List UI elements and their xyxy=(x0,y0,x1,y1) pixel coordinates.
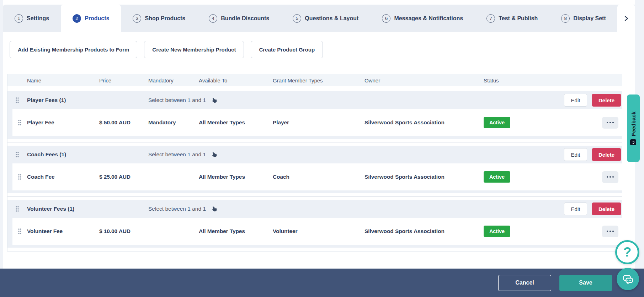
product-owner: Silverwood Sports Association xyxy=(364,228,484,234)
question-mark-icon: ? xyxy=(623,245,632,260)
table-header-row: Name Price Mandatory Available To Grant … xyxy=(7,74,622,86)
pointer-hand-icon xyxy=(210,150,218,159)
drag-handle-icon xyxy=(15,151,19,158)
footer-action-bar: Cancel Save xyxy=(0,269,644,297)
product-drag-handle[interactable] xyxy=(12,174,27,180)
tab-label: Display Sett xyxy=(573,15,606,22)
tab-questions-layout[interactable]: 5 Questions & Layout xyxy=(281,5,370,32)
group-selection-rule-text: Select between 1 and 1 xyxy=(148,206,206,212)
row-menu-button[interactable] xyxy=(602,226,618,237)
group-selection-rule: Select between 1 and 1 xyxy=(148,97,273,104)
cancel-button[interactable]: Cancel xyxy=(498,275,551,291)
product-group-section: Player Fees (1) Select between 1 and 1 E… xyxy=(7,91,622,139)
tab-number-badge: 7 xyxy=(486,14,495,23)
product-grant-member-types: Coach xyxy=(273,174,364,180)
tab-number-badge: 2 xyxy=(73,14,81,23)
product-name: Player Fee xyxy=(27,119,99,126)
product-drag-handle[interactable] xyxy=(12,228,27,234)
drag-handle-icon xyxy=(15,97,19,103)
tab-number-badge: 1 xyxy=(15,14,23,23)
status-badge: Active xyxy=(484,226,510,237)
row-menu-button[interactable] xyxy=(602,117,618,129)
drag-handle-icon xyxy=(18,174,22,180)
product-available-to: All Member Types xyxy=(199,174,273,180)
product-price: $ 10.00 AUD xyxy=(99,228,148,234)
product-status: Active xyxy=(484,117,548,128)
feedback-tab[interactable]: Feedback xyxy=(627,94,640,162)
drag-handle-icon xyxy=(18,228,22,234)
edit-group-button[interactable]: Edit xyxy=(564,202,587,215)
delete-group-button[interactable]: Delete xyxy=(592,202,621,215)
product-price: $ 50.00 AUD xyxy=(99,119,148,126)
group-name: Player Fees (1) xyxy=(27,97,148,103)
group-row: Volunteer Fees (1) Select between 1 and … xyxy=(7,200,622,218)
save-button[interactable]: Save xyxy=(559,275,612,291)
tab-display-sett[interactable]: 8 Display Sett xyxy=(549,5,618,32)
product-name: Volunteer Fee xyxy=(27,228,99,234)
delete-group-button[interactable]: Delete xyxy=(592,148,621,161)
tab-number-badge: 3 xyxy=(133,14,141,23)
group-selection-rule-text: Select between 1 and 1 xyxy=(148,151,206,158)
product-drag-handle[interactable] xyxy=(12,119,27,126)
group-name: Volunteer Fees (1) xyxy=(27,206,148,212)
chat-bubbles-icon xyxy=(622,273,634,286)
tabs-overflow-button[interactable] xyxy=(617,5,635,32)
pointer-hand-icon xyxy=(210,96,218,104)
tab-bar: 1 Settings 2 Products 3 Shop Products 4 … xyxy=(3,5,635,32)
wizard-steps: 1 Settings 2 Products 3 Shop Products 4 … xyxy=(3,5,635,32)
tab-label: Messages & Notifications xyxy=(394,15,463,22)
pointer-hand-icon xyxy=(210,205,218,213)
left-rail xyxy=(0,0,3,269)
product-group-section: Volunteer Fees (1) Select between 1 and … xyxy=(7,196,622,248)
add-existing-membership-products-button[interactable]: Add Existing Membership Products to Form xyxy=(10,41,137,58)
product-status: Active xyxy=(484,226,548,237)
header-mandatory: Mandatory xyxy=(148,77,199,83)
product-status: Active xyxy=(484,171,548,183)
product-owner: Silverwood Sports Association xyxy=(364,174,484,180)
header-owner: Owner xyxy=(364,77,484,83)
chat-widget-button[interactable] xyxy=(617,268,639,290)
drag-handle-icon xyxy=(18,119,22,126)
tab-number-badge: 8 xyxy=(561,14,570,23)
tab-bundle-discounts[interactable]: 4 Bundle Discounts xyxy=(197,5,281,32)
header-grant-member-types: Grant Member Types xyxy=(273,77,364,83)
help-button[interactable]: ? xyxy=(615,240,639,264)
product-actions-toolbar: Add Existing Membership Products to Form… xyxy=(10,41,644,58)
tab-settings[interactable]: 1 Settings xyxy=(3,5,61,32)
product-available-to: All Member Types xyxy=(199,119,273,126)
product-owner: Silverwood Sports Association xyxy=(364,119,484,126)
group-drag-handle[interactable] xyxy=(7,97,27,103)
tab-number-badge: 5 xyxy=(293,14,301,23)
group-drag-handle[interactable] xyxy=(7,151,27,158)
ellipsis-icon xyxy=(606,230,614,232)
chevron-right-icon xyxy=(624,15,629,22)
tab-messages-notifications[interactable]: 6 Messages & Notifications xyxy=(370,5,475,32)
product-row: Player Fee $ 50.00 AUD Mandatory All Mem… xyxy=(12,109,622,136)
tab-label: Questions & Layout xyxy=(305,15,358,22)
create-new-membership-product-button[interactable]: Create New Membership Product xyxy=(144,41,244,58)
group-selection-rule: Select between 1 and 1 xyxy=(148,205,273,212)
delete-group-button[interactable]: Delete xyxy=(592,94,621,107)
status-badge: Active xyxy=(484,171,510,183)
tab-label: Products xyxy=(85,15,109,22)
header-available-to: Available To xyxy=(199,77,273,83)
tab-shop-products[interactable]: 3 Shop Products xyxy=(121,5,197,32)
product-grant-member-types: Player xyxy=(273,119,364,126)
product-row: Coach Fee $ 25.00 AUD All Member Types C… xyxy=(12,163,622,190)
tab-number-badge: 6 xyxy=(382,14,390,23)
tab-products[interactable]: 2 Products xyxy=(61,5,121,32)
row-menu-button[interactable] xyxy=(602,171,618,183)
create-product-group-button[interactable]: Create Product Group xyxy=(251,41,323,58)
group-drag-handle[interactable] xyxy=(7,206,27,212)
tab-label: Bundle Discounts xyxy=(221,15,269,22)
tab-label: Settings xyxy=(27,15,49,22)
product-rows: Coach Fee $ 25.00 AUD All Member Types C… xyxy=(7,163,622,193)
status-badge: Active xyxy=(484,117,510,128)
edit-group-button[interactable]: Edit xyxy=(564,148,587,161)
header-price: Price xyxy=(99,77,148,83)
group-selection-rule-text: Select between 1 and 1 xyxy=(148,97,206,103)
tab-test-publish[interactable]: 7 Test & Publish xyxy=(475,5,549,32)
group-row: Coach Fees (1) Select between 1 and 1 Ed… xyxy=(7,146,622,163)
edit-group-button[interactable]: Edit xyxy=(564,94,587,107)
feedback-label: Feedback xyxy=(630,111,637,136)
